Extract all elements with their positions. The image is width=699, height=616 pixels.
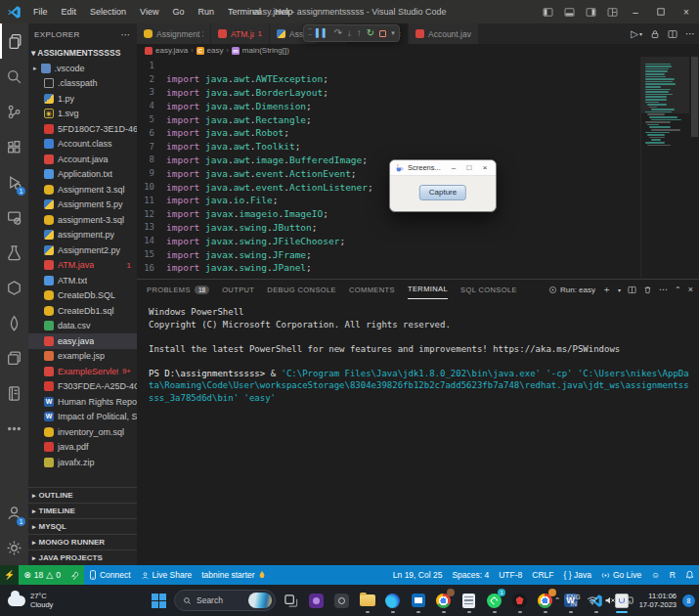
activity-notebook-icon[interactable]: [0, 375, 28, 411]
file-tree-item[interactable]: Assignment2.py: [28, 242, 137, 258]
workspace-root-folder[interactable]: ▾ ASSIGNMENTSSSSS: [28, 45, 137, 61]
toggle-sidebar-icon[interactable]: [537, 0, 558, 23]
file-tree-item[interactable]: 5FD180C7-3E1D-46B1-81C5-441...: [28, 121, 137, 137]
taskbar-app-chrome-2[interactable]: [535, 588, 555, 613]
file-tree-item[interactable]: CreateDb.SQL: [28, 288, 137, 304]
split-terminal-icon[interactable]: [628, 286, 636, 294]
file-tree-item[interactable]: ✳1.svg: [28, 107, 137, 122]
touch-keyboard-icon[interactable]: [622, 595, 633, 605]
debug-pause-icon[interactable]: ▌▌: [316, 25, 328, 41]
taskbar-app-file-explorer[interactable]: [357, 588, 377, 613]
file-tree-item[interactable]: assignment.py: [28, 228, 137, 243]
file-tree-item[interactable]: WImpact of Political, Social, and Ec...: [28, 410, 137, 425]
taskbar-search[interactable]: Search: [174, 590, 276, 611]
clock[interactable]: 11:01:0617-07-2023: [639, 592, 677, 609]
file-tree-item[interactable]: Assignment 3.sql: [28, 182, 137, 198]
bell-icon[interactable]: [680, 565, 699, 585]
dialog-title-bar[interactable]: Screens... – □ ×: [390, 160, 496, 176]
file-tree-item[interactable]: CreateDb1.sql: [28, 303, 137, 319]
activity-extensions-icon[interactable]: [0, 129, 28, 164]
taskbar-app-whatsapp[interactable]: 1: [484, 588, 504, 613]
close-panel-icon[interactable]: ×: [688, 285, 693, 294]
file-tree-item[interactable]: F303FDEA-A25D-4C64-814F-880...: [28, 379, 137, 395]
status-live-share[interactable]: Live Share: [136, 565, 197, 585]
panel-tab-problems[interactable]: PROBLEMS18: [147, 280, 209, 299]
taskbar-app-notepad[interactable]: [459, 588, 479, 613]
activity-search-icon[interactable]: [0, 59, 28, 94]
lock-icon[interactable]: [650, 29, 660, 39]
dialog-minimize-button[interactable]: –: [448, 163, 459, 172]
taskbar-app-brave[interactable]: [509, 588, 530, 613]
explorer-more-actions-icon[interactable]: ⋯: [121, 29, 131, 40]
problems-indicator[interactable]: ⊗18 △0: [19, 565, 66, 585]
activity-settings-icon[interactable]: [0, 530, 28, 565]
more-actions-icon[interactable]: ⋯: [685, 28, 695, 39]
file-tree-item[interactable]: WHuman Rights Report_ Democrat...: [28, 394, 137, 410]
terminal-output[interactable]: Windows PowerShellCopyright (C) Microsof…: [137, 299, 699, 565]
split-editor-icon[interactable]: [668, 29, 677, 39]
sidebar-section-java-projects[interactable]: ▸JAVA PROJECTS: [28, 550, 137, 565]
breadcrumb-item[interactable]: main(String[]): [242, 46, 289, 55]
file-tree-item[interactable]: 1.py: [28, 91, 137, 107]
terminal-run-config[interactable]: Run: easy: [548, 286, 595, 294]
debug-restart-icon[interactable]: ↻: [367, 25, 374, 41]
menu-file[interactable]: File: [27, 4, 54, 20]
remote-indicator[interactable]: ⚡: [0, 565, 19, 585]
activity-explorer-icon[interactable]: [0, 23, 28, 59]
debug-toolbar-grip-icon[interactable]: ⁚⁚: [308, 25, 311, 41]
weather-widget[interactable]: 27°CCloudy: [0, 592, 53, 609]
minimize-button[interactable]: –: [623, 0, 648, 23]
new-terminal-icon[interactable]: ＋: [602, 284, 611, 296]
capture-button[interactable]: Capture: [419, 185, 466, 200]
file-tree-item[interactable]: ATM.txt: [28, 273, 137, 288]
activity-containers-icon[interactable]: [0, 270, 28, 305]
sidebar-section-outline[interactable]: ▸OUTLINE: [28, 487, 137, 503]
close-button[interactable]: ×: [674, 0, 699, 23]
file-tree-item[interactable]: inventory_om.sql: [28, 424, 137, 440]
file-tree-item[interactable]: java.pdf: [28, 440, 137, 456]
activity-source-control-icon[interactable]: [0, 94, 28, 129]
run-java-button[interactable]: ▷▾: [631, 28, 642, 39]
status-tabnine[interactable]: tabnine starter: [197, 565, 270, 585]
breadcrumb-item[interactable]: easy.java: [155, 46, 188, 55]
file-tree-item[interactable]: .classpath: [28, 76, 137, 92]
customize-layout-icon[interactable]: [601, 0, 623, 23]
file-tree-item[interactable]: javafx.zip: [28, 455, 137, 470]
file-tree-item[interactable]: Application.txt: [28, 167, 137, 183]
kill-terminal-icon[interactable]: [643, 286, 652, 294]
sidebar-section-timeline[interactable]: ▸TIMELINE: [28, 503, 137, 518]
terminal-dropdown-icon[interactable]: ▾: [618, 286, 621, 293]
status-language-mode[interactable]: { } Java: [559, 565, 596, 585]
menu-edit[interactable]: Edit: [56, 4, 83, 20]
activity-account-icon[interactable]: 1: [0, 495, 28, 530]
tab-assignment-3-sql[interactable]: Assignment 3.sql: [137, 23, 211, 44]
editor-scrollbar[interactable]: [690, 57, 699, 279]
chevron-down-icon[interactable]: ▾: [391, 25, 395, 41]
status-connect[interactable]: Connect: [84, 565, 136, 585]
notification-badge[interactable]: 8: [682, 594, 695, 607]
feedback-smiley-icon[interactable]: ☺: [646, 565, 665, 585]
panel-tab-output[interactable]: OUTPUT: [222, 280, 254, 299]
maximize-button[interactable]: [648, 0, 674, 23]
file-tree-item[interactable]: Assignment 5.py: [28, 198, 137, 213]
menu-go[interactable]: Go: [166, 4, 190, 20]
panel-tab-terminal[interactable]: TERMINAL: [408, 280, 448, 299]
file-tree-item[interactable]: ExampleServlet.java9+: [28, 364, 137, 379]
breadcrumb-item[interactable]: easy: [207, 46, 224, 55]
activity-run-debug-icon[interactable]: 1: [0, 164, 28, 199]
tab-atm-java[interactable]: ATM.java1: [211, 23, 270, 44]
activity-pages-icon[interactable]: [0, 340, 28, 375]
debug-stop-icon[interactable]: [379, 30, 386, 37]
status-go-live[interactable]: Go Live: [596, 565, 646, 585]
minimap[interactable]: [640, 57, 689, 279]
taskbar-app-chrome[interactable]: [433, 588, 454, 613]
panel-more-icon[interactable]: ⋯: [659, 285, 668, 294]
taskbar-app-camera[interactable]: [331, 588, 352, 613]
file-tree-item[interactable]: example.jsp: [28, 349, 137, 365]
panel-tab-debug-console[interactable]: DEBUG CONSOLE: [267, 280, 336, 299]
tab-account-java[interactable]: Account.java: [409, 23, 479, 44]
toggle-panel-icon[interactable]: [558, 0, 580, 23]
activity-testing-icon[interactable]: [0, 235, 28, 270]
file-tree-item[interactable]: Account.java: [28, 152, 137, 167]
volume-muted-icon[interactable]: [604, 595, 616, 605]
